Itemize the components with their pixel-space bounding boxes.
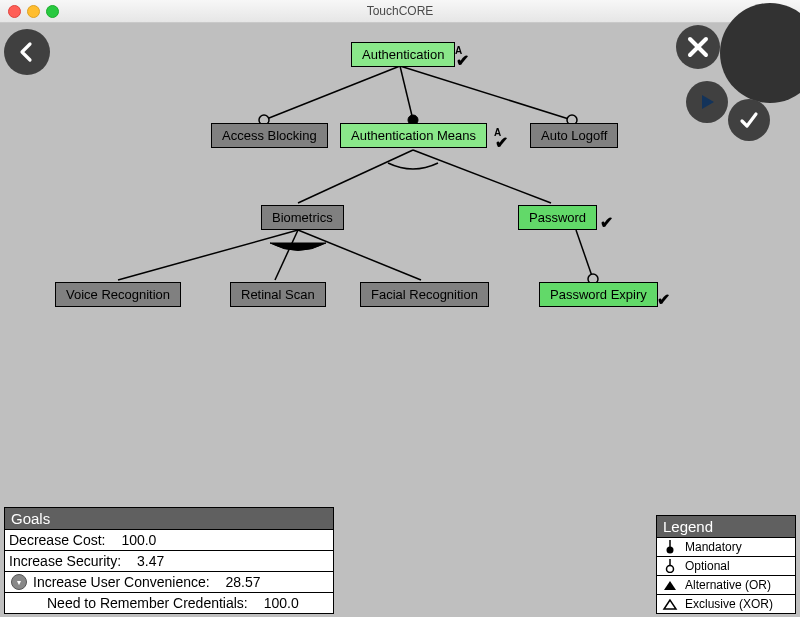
back-button[interactable]: [4, 29, 50, 75]
confirm-button[interactable]: [728, 99, 770, 141]
selected-check-icon: ✔: [657, 290, 670, 309]
feature-label: Auto Logoff: [541, 128, 607, 143]
play-button[interactable]: [686, 81, 728, 123]
goal-label: Need to Remember Credentials:: [47, 595, 248, 611]
svg-line-2: [400, 66, 413, 120]
diagram-canvas[interactable]: Authentication A ✔ Access Blocking Authe…: [0, 23, 800, 617]
check-icon: [738, 109, 760, 131]
feature-biometrics[interactable]: Biometrics: [261, 205, 344, 230]
goal-label: Increase User Convenience:: [33, 574, 210, 590]
xor-icon: [661, 598, 679, 610]
feature-label: Voice Recognition: [66, 287, 170, 302]
svg-line-9: [275, 230, 298, 280]
title-bar: TouchCORE: [0, 0, 800, 23]
close-icon: [686, 35, 710, 59]
feature-label: Authentication: [362, 47, 444, 62]
feature-label: Biometrics: [272, 210, 333, 225]
svg-line-11: [576, 230, 593, 279]
svg-marker-15: [702, 95, 714, 109]
feature-label: Facial Recognition: [371, 287, 478, 302]
selected-check-icon: ✔: [456, 51, 469, 70]
feature-label: Retinal Scan: [241, 287, 315, 302]
goal-label: Decrease Cost:: [9, 532, 105, 548]
legend-label: Mandatory: [685, 540, 742, 554]
feature-retinal-scan[interactable]: Retinal Scan: [230, 282, 326, 307]
svg-line-10: [298, 230, 421, 280]
close-button[interactable]: [676, 25, 720, 69]
legend-label: Alternative (OR): [685, 578, 771, 592]
feature-access-blocking[interactable]: Access Blocking: [211, 123, 328, 148]
optional-icon: [661, 559, 679, 573]
legend-label: Exclusive (XOR): [685, 597, 773, 611]
feature-label: Password: [529, 210, 586, 225]
legend-header: Legend: [657, 516, 795, 537]
goal-value: 100.0: [121, 532, 156, 548]
svg-line-0: [264, 66, 400, 120]
goal-label: Increase Security:: [9, 553, 121, 569]
feature-label: Access Blocking: [222, 128, 317, 143]
feature-password-expiry[interactable]: Password Expiry: [539, 282, 658, 307]
goal-value: 100.0: [264, 595, 299, 611]
play-icon: [697, 92, 717, 112]
feature-voice-recognition[interactable]: Voice Recognition: [55, 282, 181, 307]
legend-row-mandatory: Mandatory: [657, 537, 795, 556]
legend-row-xor: Exclusive (XOR): [657, 594, 795, 613]
goal-row-expandable[interactable]: ▾ Increase User Convenience: 28.57: [5, 571, 333, 592]
goals-header: Goals: [5, 508, 333, 529]
feature-auto-logoff[interactable]: Auto Logoff: [530, 123, 618, 148]
goal-row[interactable]: Increase Security: 3.47: [5, 550, 333, 571]
feature-label: Password Expiry: [550, 287, 647, 302]
goals-panel: Goals Decrease Cost: 100.0 Increase Secu…: [4, 507, 334, 614]
feature-password[interactable]: Password: [518, 205, 597, 230]
svg-marker-20: [664, 581, 676, 590]
legend-panel: Legend Mandatory Optional Alternative (O…: [656, 515, 796, 614]
window-title: TouchCORE: [0, 4, 800, 18]
chevron-left-icon: [16, 41, 38, 63]
feature-label: Authentication Means: [351, 128, 476, 143]
expand-toggle-icon[interactable]: ▾: [11, 574, 27, 590]
svg-line-4: [400, 66, 572, 120]
mandatory-icon: [661, 540, 679, 554]
feature-facial-recognition[interactable]: Facial Recognition: [360, 282, 489, 307]
svg-line-8: [118, 230, 298, 280]
selected-check-icon: ✔: [495, 133, 508, 152]
svg-line-7: [413, 150, 551, 203]
svg-line-6: [298, 150, 413, 203]
selected-check-icon: ✔: [600, 213, 613, 232]
legend-row-optional: Optional: [657, 556, 795, 575]
feature-authentication[interactable]: Authentication: [351, 42, 455, 67]
goal-value: 3.47: [137, 553, 164, 569]
legend-label: Optional: [685, 559, 730, 573]
goal-row-child[interactable]: Need to Remember Credentials: 100.0: [5, 592, 333, 613]
feature-authentication-means[interactable]: Authentication Means: [340, 123, 487, 148]
svg-point-17: [667, 547, 674, 554]
svg-marker-21: [664, 600, 676, 609]
legend-row-or: Alternative (OR): [657, 575, 795, 594]
or-icon: [661, 579, 679, 591]
goal-value: 28.57: [226, 574, 261, 590]
svg-point-19: [667, 566, 674, 573]
goal-row[interactable]: Decrease Cost: 100.0: [5, 529, 333, 550]
